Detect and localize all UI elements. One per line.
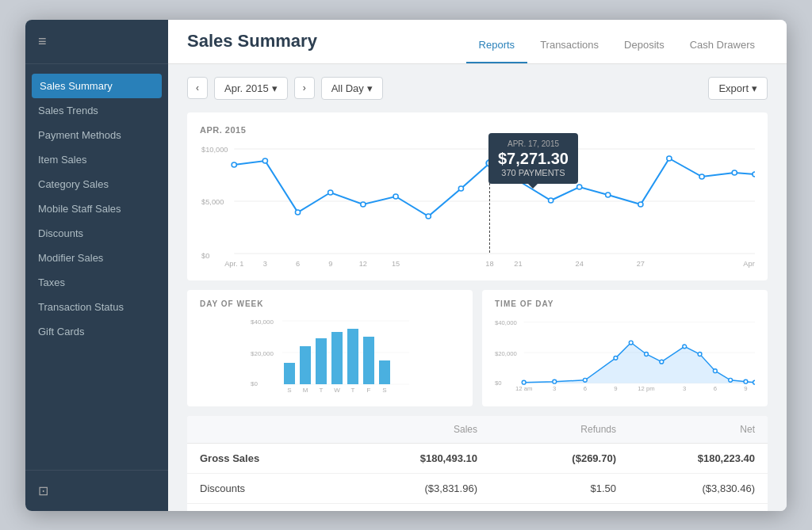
svg-text:3: 3 — [683, 385, 686, 392]
svg-text:6: 6 — [296, 260, 300, 268]
svg-text:$20,000: $20,000 — [495, 349, 517, 357]
svg-text:S: S — [287, 387, 291, 394]
svg-text:$20,000: $20,000 — [251, 350, 274, 357]
svg-text:M: M — [303, 387, 308, 394]
nav-tab-transactions[interactable]: Transactions — [527, 20, 611, 63]
sidebar-item-modifier-sales[interactable]: Modifier Sales — [25, 246, 168, 270]
svg-text:9: 9 — [614, 385, 617, 392]
sidebar-header: ≡ — [25, 20, 168, 64]
svg-text:W: W — [334, 387, 340, 394]
header-refunds: Refunds — [477, 424, 616, 435]
svg-text:9: 9 — [744, 385, 747, 392]
nav-tab-cash drawers[interactable]: Cash Drawers — [677, 20, 768, 63]
svg-rect-44 — [316, 338, 327, 384]
sidebar-item-item-sales[interactable]: Item Sales — [25, 147, 168, 172]
svg-text:$5,000: $5,000 — [201, 198, 224, 206]
tooltip-payments: 370 PAYMENTS — [498, 168, 569, 177]
content-area: ‹ Apr. 2015 ▾ › All Day ▾ Export ▾ APR. … — [168, 64, 787, 511]
sidebar-item-payment-methods[interactable]: Payment Methods — [25, 123, 168, 147]
svg-point-10 — [361, 202, 366, 207]
svg-text:18: 18 — [485, 260, 493, 268]
svg-point-68 — [660, 360, 664, 364]
sidebar: ≡ Sales SummarySales TrendsPayment Metho… — [25, 20, 168, 511]
main-line-chart: $10,000 $5,000 $0 — [200, 141, 755, 268]
export-button[interactable]: Export ▾ — [708, 77, 768, 100]
svg-text:$0: $0 — [495, 379, 502, 386]
svg-point-66 — [629, 341, 633, 345]
sidebar-footer: ⊡ — [25, 470, 168, 511]
sidebar-item-sales-trends[interactable]: Sales Trends — [25, 98, 168, 123]
app-window: ≡ Sales SummarySales TrendsPayment Metho… — [25, 20, 787, 511]
sidebar-item-taxes[interactable]: Taxes — [25, 270, 168, 295]
svg-text:15: 15 — [392, 260, 400, 268]
svg-text:$40,000: $40,000 — [495, 319, 517, 326]
tod-chart-card: TIME OF DAY $40,000 $20,000 $0 — [482, 290, 768, 406]
sidebar-item-mobile-staff-sales[interactable]: Mobile Staff Sales — [25, 196, 168, 221]
svg-point-73 — [744, 379, 748, 383]
bottom-charts: DAY OF WEEK $40,000 $20,000 $0 — [187, 290, 768, 406]
svg-point-71 — [713, 368, 717, 372]
svg-point-6 — [232, 162, 236, 167]
header-net: Net — [616, 424, 755, 435]
row-refunds: ($269.70) — [477, 452, 616, 464]
nav-tab-reports[interactable]: Reports — [466, 20, 528, 63]
svg-text:F: F — [367, 387, 371, 394]
svg-point-7 — [262, 158, 267, 163]
sidebar-item-gift-cards[interactable]: Gift Cards — [25, 319, 168, 344]
svg-text:12: 12 — [359, 260, 367, 268]
svg-text:3: 3 — [553, 385, 556, 392]
time-selector[interactable]: All Day ▾ — [321, 77, 383, 100]
tod-chart-title: TIME OF DAY — [495, 299, 755, 308]
svg-rect-43 — [300, 346, 311, 384]
svg-rect-47 — [363, 337, 374, 384]
period-selector[interactable]: Apr. 2015 ▾ — [214, 77, 288, 100]
dow-chart-title: DAY OF WEEK — [200, 299, 460, 308]
summary-table: Sales Refunds Net Gross Sales$180,493.10… — [187, 416, 768, 511]
next-button[interactable]: › — [294, 77, 315, 99]
nav-tab-deposits[interactable]: Deposits — [611, 20, 677, 63]
table-header: Sales Refunds Net — [187, 416, 768, 444]
header-label — [200, 424, 339, 435]
header-sales: Sales — [339, 424, 477, 435]
menu-icon[interactable]: ≡ — [38, 33, 47, 50]
svg-rect-48 — [379, 360, 390, 384]
svg-text:Apr. 30: Apr. 30 — [743, 260, 755, 268]
svg-text:$0: $0 — [251, 380, 258, 387]
row-refunds: $1.50 — [477, 482, 616, 494]
settings-icon[interactable]: ⊡ — [38, 484, 48, 498]
svg-text:9: 9 — [328, 260, 332, 268]
sidebar-item-category-sales[interactable]: Category Sales — [25, 172, 168, 196]
svg-point-18 — [606, 193, 611, 197]
svg-text:12 pm: 12 pm — [638, 385, 654, 392]
dow-chart-card: DAY OF WEEK $40,000 $20,000 $0 — [187, 290, 473, 406]
svg-rect-46 — [347, 329, 358, 384]
chart-period-label: APR. 2015 — [200, 125, 755, 135]
svg-point-72 — [729, 378, 733, 382]
table-row: Discounts($3,831.96)$1.50($3,830.46) — [187, 474, 768, 504]
sidebar-item-discounts[interactable]: Discounts — [25, 221, 168, 246]
svg-text:12 am: 12 am — [515, 385, 532, 392]
tooltip-date: APR. 17, 2015 — [498, 139, 569, 148]
sidebar-item-transaction-status[interactable]: Transaction Status — [25, 295, 168, 319]
dow-bar-chart: $40,000 $20,000 $0 S — [200, 315, 460, 394]
prev-button[interactable]: ‹ — [187, 77, 208, 99]
svg-point-9 — [328, 190, 333, 195]
svg-point-19 — [638, 202, 643, 207]
svg-point-64 — [583, 378, 587, 382]
svg-point-65 — [614, 356, 618, 360]
svg-point-11 — [393, 194, 398, 199]
table-row: Net Sales$176,661.14($268.20)$176,392.94 — [187, 504, 768, 511]
main-content: Sales Summary ReportsTransactionsDeposit… — [168, 20, 787, 511]
sidebar-item-sales-summary[interactable]: Sales Summary — [32, 74, 162, 98]
svg-rect-45 — [331, 332, 343, 384]
main-chart-card: APR. 2015 APR. 17, 2015 $7,271.30 370 PA… — [187, 112, 768, 280]
toolbar: ‹ Apr. 2015 ▾ › All Day ▾ Export ▾ — [187, 77, 768, 100]
svg-text:Apr. 1: Apr. 1 — [224, 260, 243, 268]
svg-text:T: T — [320, 387, 324, 394]
svg-text:S: S — [382, 387, 386, 394]
line-chart-container: APR. 17, 2015 $7,271.30 370 PAYMENTS $10… — [200, 141, 755, 268]
svg-point-69 — [683, 344, 687, 348]
row-sales: $180,493.10 — [339, 452, 477, 464]
row-net: ($3,830.46) — [616, 482, 755, 494]
svg-point-12 — [426, 214, 431, 219]
